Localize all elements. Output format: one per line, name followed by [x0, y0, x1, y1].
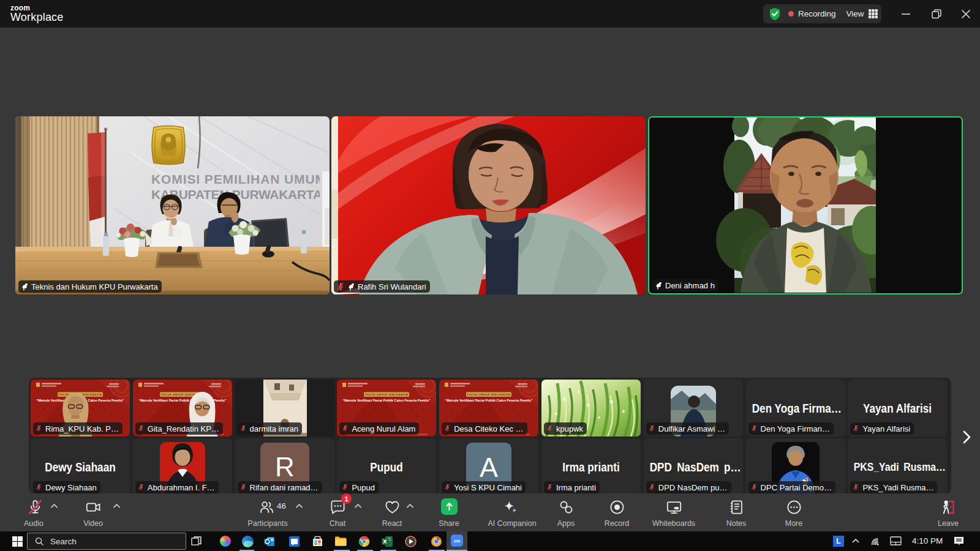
svg-text:A: A: [480, 452, 498, 483]
svg-text:KOMISI PEMILIHAN UMUM: KOMISI PEMILIHAN UMUM: [151, 172, 326, 186]
svg-text:R: R: [275, 452, 295, 482]
